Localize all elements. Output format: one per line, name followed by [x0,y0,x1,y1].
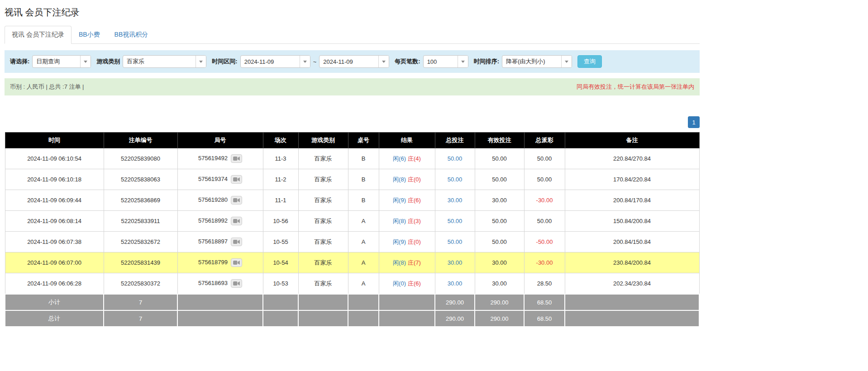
video-replay-icon[interactable] [231,258,242,267]
cell-remark: 170.84/220.84 [565,169,699,190]
tab-bb-tips[interactable]: BB小费 [72,26,107,44]
cell-time: 2024-11-09 06:08:14 [5,211,104,232]
total-bet-link[interactable]: 30.00 [448,280,463,287]
table-row: 2024-11-09 06:10:18 522025838063 5756193… [5,169,699,190]
page-size-value[interactable]: 100 [424,56,458,67]
date-from-value[interactable]: 2024-11-09 [241,56,300,67]
header-total-bet: 总投注 [435,133,475,148]
cell-table-no: B [348,169,379,190]
header-valid-bet: 有效投注 [475,133,524,148]
subtotal-total-bet: 290.00 [435,294,475,310]
sort-order-select[interactable]: 降幂(由大到小) [502,55,572,68]
game-type-value[interactable]: 百家乐 [123,56,196,67]
subtotal-payout: 68.50 [524,294,565,310]
cell-session: 11-3 [263,148,298,169]
header-table-no: 桌号 [348,133,379,148]
cell-round: 575618897 [177,232,263,252]
cell-table-no: B [348,190,379,211]
cell-table-no: A [348,232,379,252]
result-banker: 庄(6) [408,197,421,204]
cell-round: 575619374 [177,169,263,190]
result-banker: 庄(0) [408,238,421,245]
date-query-value[interactable]: 日期查询 [33,56,80,67]
cell-game-type: 百家乐 [298,252,348,273]
cell-time: 2024-11-09 06:07:38 [5,232,104,252]
cell-bet-id: 522025838063 [104,169,177,190]
cell-session: 10-53 [263,273,298,295]
total-bet-link[interactable]: 30.00 [448,197,463,204]
subtotal-row: 小计 7 290.00 290.00 68.50 [5,294,699,310]
pagination: 1 [5,116,700,128]
valid-bet-notice: 同局有效投注，统一计算在该局第一张注单内 [577,83,694,91]
chevron-down-icon[interactable] [80,56,91,67]
cell-bet-id: 522025832672 [104,232,177,252]
cell-result: 闲(6)庄(4) [379,148,435,169]
table-row: 2024-11-09 06:06:28 522025830372 5756186… [5,273,699,295]
video-replay-icon[interactable] [231,196,242,205]
round-number: 575618992 [198,217,228,224]
chevron-down-icon[interactable] [196,56,206,67]
date-to-select[interactable]: 2024-11-09 [319,55,389,68]
video-replay-icon[interactable] [231,217,242,225]
round-number: 575618799 [198,259,228,266]
subtotal-valid-bet: 290.00 [475,294,524,310]
total-bet-link[interactable]: 50.00 [448,155,463,162]
cell-total-bet: 50.00 [435,169,475,190]
total-bet-link[interactable]: 30.00 [448,259,463,266]
header-result: 结果 [379,133,435,148]
cell-time: 2024-11-09 06:06:28 [5,273,104,295]
chevron-down-icon[interactable] [300,56,310,67]
total-bet-link[interactable]: 50.00 [448,218,463,224]
cell-time: 2024-11-09 06:09:44 [5,190,104,211]
chevron-down-icon[interactable] [378,56,389,67]
date-from-select[interactable]: 2024-11-09 [240,55,310,68]
tab-bb-video-points[interactable]: BB视讯积分 [107,26,156,44]
cell-table-no: B [348,148,379,169]
table-row: 2024-11-09 06:09:44 522025836869 5756192… [5,190,699,211]
video-replay-icon[interactable] [231,238,242,246]
result-banker: 庄(7) [408,259,421,266]
result-player: 闲(8) [393,259,406,266]
subtotal-label: 小计 [5,294,104,310]
cell-valid-bet: 50.00 [475,211,524,232]
table-row: 2024-11-09 06:07:38 522025832672 5756188… [5,232,699,252]
cell-payout: -30.00 [524,252,565,273]
currency-summary-text: 币别 : 人民币 | 总共 :7 注单 | [10,83,84,91]
cell-round: 575618693 [177,273,263,295]
cell-table-no: A [348,211,379,232]
cell-remark: 230.84/200.84 [565,252,699,273]
cell-time: 2024-11-09 06:10:18 [5,169,104,190]
search-button[interactable]: 查询 [577,55,602,68]
chevron-down-icon[interactable] [561,56,572,67]
cell-result: 闲(8)庄(3) [379,211,435,232]
result-player: 闲(9) [393,238,406,245]
tab-betting-records[interactable]: 视讯 会员下注纪录 [5,26,72,44]
video-replay-icon[interactable] [231,175,242,184]
result-player: 闲(6) [393,155,406,162]
table-body: 2024-11-09 06:10:54 522025839080 5756194… [5,148,699,295]
cell-remark: 200.84/150.84 [565,232,699,252]
date-to-value[interactable]: 2024-11-09 [320,56,378,67]
sort-order-value[interactable]: 降幂(由大到小) [502,56,561,67]
total-bet-link[interactable]: 50.00 [448,176,463,183]
video-replay-icon[interactable] [231,279,242,288]
cell-round: 575618799 [177,252,263,273]
date-query-select[interactable]: 日期查询 [32,55,91,68]
video-replay-icon[interactable] [231,154,242,163]
total-payout: 68.50 [524,310,565,327]
cell-game-type: 百家乐 [298,232,348,252]
page-size-select[interactable]: 100 [423,55,468,68]
page-container: 视讯 会员下注纪录 视讯 会员下注纪录 BB小费 BB视讯积分 请选择: 日期查… [0,0,700,327]
summary-bar: 币别 : 人民币 | 总共 :7 注单 | 同局有效投注，统一计算在该局第一张注… [5,78,700,95]
chevron-down-icon[interactable] [458,56,468,67]
total-bet-link[interactable]: 50.00 [448,238,463,245]
cell-valid-bet: 30.00 [475,273,524,295]
game-type-select[interactable]: 百家乐 [123,55,206,68]
cell-total-bet: 30.00 [435,190,475,211]
result-banker: 庄(0) [408,176,421,183]
total-label: 总计 [5,310,104,327]
cell-bet-id: 522025831439 [104,252,177,273]
page-1-button[interactable]: 1 [688,116,700,128]
cell-bet-id: 522025836869 [104,190,177,211]
header-bet-id: 注单编号 [104,133,177,148]
